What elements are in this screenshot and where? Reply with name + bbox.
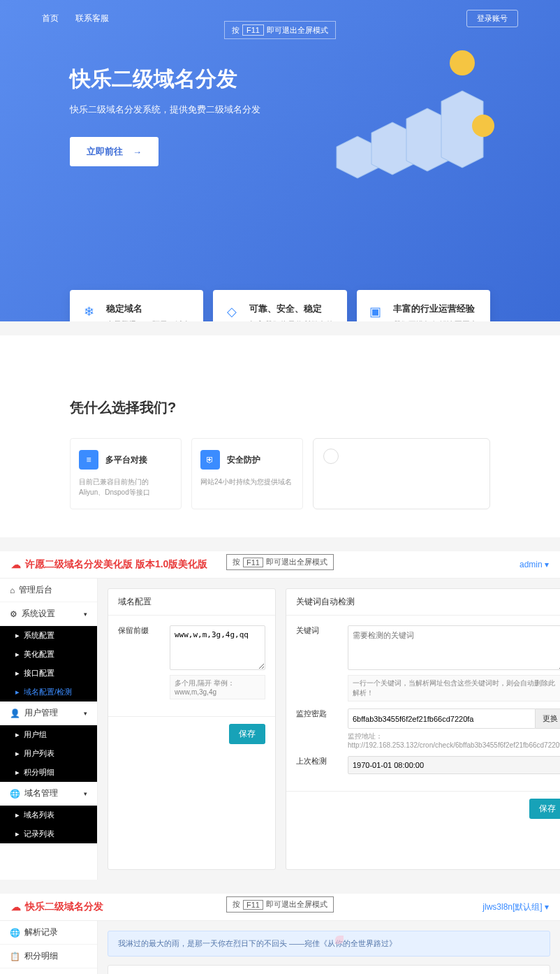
user-label: admin (520, 560, 543, 569)
clipboard-icon: 📋 (10, 952, 20, 961)
user-icon: 👤 (10, 708, 20, 718)
fullscreen-tip: 按 F11 即可退出全屏模式 (226, 896, 334, 913)
secret-input[interactable] (348, 708, 536, 729)
chevron-down-icon: ▾ (545, 560, 549, 569)
change-secret-button[interactable]: 更换 (536, 708, 560, 729)
feature-cards: ❄ 稳定域名 大量腾讯云、阿里云域名给用户更好的体验 ◇ 可靠、安全、稳定 加入… (70, 290, 490, 321)
cta-label: 立即前往 (87, 145, 123, 158)
sidebar-item-recordlist[interactable]: ▸ 记录列表 (0, 824, 97, 843)
brand-text: 快乐二级域名分发 (25, 901, 103, 913)
card-desc: 我们更懂如何解决不同客户的需求 (393, 319, 480, 321)
admin-header: ☁ 快乐二级域名分发 按 F11 即可退出全屏模式 jlws3l8n[默认组] … (0, 894, 560, 921)
sidebar-item-user[interactable]: 👤 用户管理 ▾ (0, 702, 97, 725)
admin-section-1: ☁ 许愿二级域名分发美化版 版本1.0版美化版 按 F11 即可退出全屏模式 a… (0, 551, 560, 880)
sidebar-item-domain[interactable]: 🌐 域名管理 ▾ (0, 782, 97, 806)
chevron-down-icon: ▾ (84, 710, 87, 717)
globe-icon: 🌐 (10, 928, 20, 938)
chevron-down-icon: ▾ (84, 790, 87, 797)
hero-illustration (309, 42, 504, 182)
card-title: 稳定域名 (106, 303, 193, 315)
why-card-title: 多平台对接 (105, 454, 147, 466)
monitor-url-label: 监控地址： http://192.168.253.132/cron/check/… (348, 732, 560, 749)
sidebar-item-records[interactable]: 🌐 解析记录 (0, 921, 97, 945)
why-card-desc: 目前已兼容目前热门的Aliyun、Dnspod等接口 (79, 477, 172, 497)
sidebar-item-points[interactable]: 📋 积分明细 (0, 945, 97, 968)
feature-card: ❄ 稳定域名 大量腾讯云、阿里云域名给用户更好的体验 (70, 290, 203, 321)
admin-content: 域名配置 保留前缀 www,w,m,3g,4g,qq 多个用,隔开 举例：www… (98, 579, 560, 880)
prefix-textarea[interactable]: www,w,m,3g,4g,qq (170, 625, 265, 670)
keyword-hint: 一行一个关键词，当解析网址包含这些关键词时，则会自动删除此解析！ (348, 675, 560, 702)
card-title: 丰富的行业运营经验 (393, 303, 480, 315)
f11-key: F11 (242, 24, 264, 36)
label-lastcheck: 上次检测 (296, 756, 338, 766)
testimonial-placeholder (313, 438, 490, 509)
sidebar-item-userlist[interactable]: ▸ 用户列表 (0, 744, 97, 763)
fullscreen-tip: 按 F11 即可退出全屏模式 (226, 554, 334, 570)
why-card-title: 安全防护 (227, 454, 260, 466)
svg-point-0 (450, 50, 475, 75)
keyword-textarea[interactable] (348, 625, 560, 670)
sidebar-item-dashboard[interactable]: ⌂ 管理后台 (0, 579, 97, 602)
fullscreen-tip-prefix: 按 (232, 25, 240, 36)
sidebar-item-usergroup[interactable]: ▸ 用户组 (0, 725, 97, 744)
lastcheck-input (348, 756, 560, 774)
why-card: ≡ 多平台对接 目前已兼容目前热门的Aliyun、Dnspod等接口 (70, 438, 182, 509)
why-card: ⛨ 安全防护 网站24小时持续为您提供域名 (191, 438, 303, 509)
cta-button[interactable]: 立即前往 → (70, 137, 159, 166)
sidebar-item-points[interactable]: ▸ 积分明细 (0, 763, 97, 782)
user-content: 我淋过的最大的雨，是那一天你在烈日下的不回头 ——宛佳《从你的全世界路过》 记录… (98, 921, 560, 974)
layers-icon: ≡ (79, 450, 98, 470)
admin-header: ☁ 许愿二级域名分发美化版 版本1.0版美化版 按 F11 即可退出全屏模式 a… (0, 551, 560, 579)
label-secret: 监控密匙 (296, 708, 338, 719)
gear-icon: ⚙ (10, 609, 17, 619)
admin-brand: ☁ 许愿二级域名分发美化版 版本1.0版美化版 (11, 558, 207, 571)
user-menu[interactable]: admin ▾ (520, 560, 549, 569)
feature-card: ◇ 可靠、安全、稳定 加入我们将是你所做出的明智决策 (213, 290, 346, 321)
label-keyword: 关键词 (296, 625, 338, 636)
chevron-down-icon: ▾ (84, 611, 87, 618)
svg-point-1 (472, 115, 494, 137)
panel-domain-config: 域名配置 保留前缀 www,w,m,3g,4g,qq 多个用,隔开 举例：www… (108, 588, 276, 870)
why-card-desc: 网站24小时持续为您提供域名 (200, 477, 294, 487)
card-desc: 大量腾讯云、阿里云域名给用户更好的体验 (106, 319, 193, 321)
feature-card: ▣ 丰富的行业运营经验 我们更懂如何解决不同客户的需求 (357, 290, 490, 321)
user-label: jlws3l8n[默认组] (482, 902, 542, 912)
shapes-icon: ▣ (367, 303, 385, 321)
save-button[interactable]: 保存 (229, 724, 265, 744)
record-list-panel: 记录列表 添加域名 所有 所有 🔍 搜索 ID 域名 (108, 965, 550, 974)
fullscreen-tip: 按 F11 即可退出全屏模式 (224, 21, 336, 39)
diamond-icon: ◇ (223, 303, 241, 321)
panel-title: 关键词自动检测 (286, 589, 560, 616)
sidebar: 🌐 解析记录 📋 积分明细 (0, 921, 98, 974)
login-button[interactable]: 登录账号 (466, 10, 518, 27)
label-prefix: 保留前缀 (118, 625, 160, 636)
arrow-right-icon: → (133, 147, 142, 157)
quote-banner: 我淋过的最大的雨，是那一天你在烈日下的不回头 ——宛佳《从你的全世界路过》 (108, 931, 550, 957)
fullscreen-tip-suffix: 即可退出全屏模式 (267, 25, 328, 36)
globe-icon: 🌐 (10, 789, 20, 799)
brand-text: 许愿二级域名分发美化版 版本1.0版美化版 (25, 558, 207, 571)
admin-section-2: ☁ 快乐二级域名分发 按 F11 即可退出全屏模式 jlws3l8n[默认组] … (0, 894, 560, 974)
cloud-icon: ☁ (11, 901, 21, 913)
user-menu[interactable]: jlws3l8n[默认组] ▾ (482, 901, 549, 913)
sidebar-item-api[interactable]: ▸ 接口配置 (0, 664, 97, 683)
sidebar-item-system[interactable]: ⚙ 系统设置 ▾ (0, 602, 97, 626)
nav-contact[interactable]: 联系客服 (75, 13, 109, 24)
prefix-hint: 多个用,隔开 举例：www,m,3g,4g (170, 675, 265, 699)
panel-keyword-check: 关键词自动检测 关键词 一行一个关键词，当解析网址包含这些关键词时，则会自动删除… (286, 588, 560, 870)
dashboard-icon: ⌂ (10, 586, 15, 595)
card-desc: 加入我们将是你所做出的明智决策 (249, 319, 337, 321)
f11-key: F11 (243, 900, 263, 910)
sidebar-item-beautify[interactable]: ▸ 美化配置 (0, 645, 97, 664)
why-section: 凭什么选择我们? ≡ 多平台对接 目前已兼容目前热门的Aliyun、Dnspod… (0, 335, 560, 537)
save-button[interactable]: 保存 (529, 799, 560, 819)
why-heading: 凭什么选择我们? (70, 398, 490, 417)
sidebar-sub-system: ▸ 系统配置 ▸ 美化配置 ▸ 接口配置 ▸ 域名配置/检测 (0, 626, 97, 702)
sidebar-item-sysconfig[interactable]: ▸ 系统配置 (0, 626, 97, 645)
sidebar-item-domainlist[interactable]: ▸ 域名列表 (0, 806, 97, 824)
cloud-icon: ☁ (11, 559, 21, 570)
card-title: 可靠、安全、稳定 (249, 303, 337, 315)
sidebar-item-domain-config[interactable]: ▸ 域名配置/检测 (0, 683, 97, 702)
nav-home[interactable]: 首页 (42, 13, 59, 24)
snowflake-icon: ❄ (80, 303, 98, 321)
